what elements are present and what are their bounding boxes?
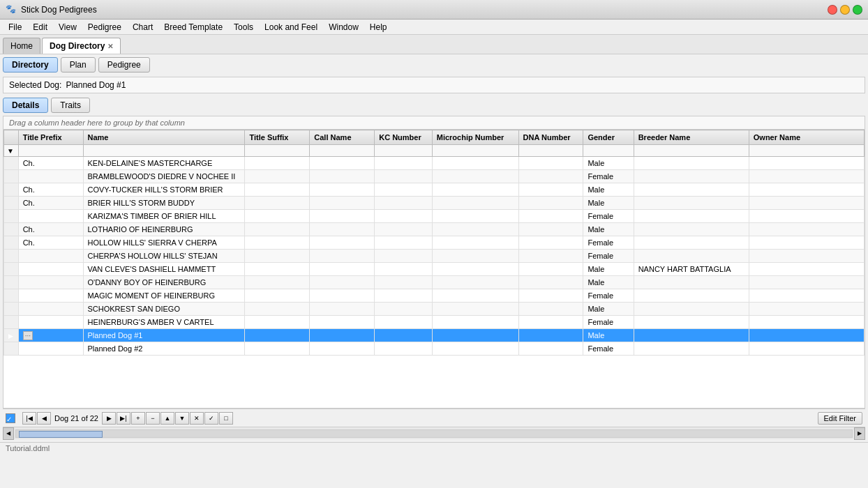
nav-last-button[interactable]: ▶| [117,412,130,425]
hscroll-track[interactable] [15,429,853,438]
tab-home-label: Home [10,41,33,51]
table-row[interactable]: ▶···Planned Dog #1Male [4,329,865,342]
cell-owner_name [749,316,864,329]
menu-item-pedigree[interactable]: Pedigree [82,21,127,33]
cell-owner_name [749,303,864,316]
menu-item-chart[interactable]: Chart [127,21,158,33]
row-indicator-header [4,130,19,145]
table-row[interactable]: Ch.LOTHARIO OF HEINERBURGMale [4,223,865,236]
menu-item-tools[interactable]: Tools [228,21,259,33]
subtab-plan[interactable]: Plan [61,57,96,73]
nav-first-button[interactable]: |◀ [22,412,36,425]
nav-add-button[interactable]: + [131,412,145,425]
menu-item-look-and-feel[interactable]: Look and Feel [259,21,323,33]
hscroll-thumb[interactable] [19,431,103,438]
nav-confirm-button[interactable]: ✓ [204,412,218,425]
grid-scroll-area[interactable]: Title Prefix Name Title Suffix Call Name… [3,130,865,407]
cell-kc_number [375,223,433,236]
cell-breeder_name: NANCY HART BATTAGLIA [634,263,749,276]
edit-dots-button[interactable]: ··· [23,331,33,340]
table-row[interactable]: HEINERBURG'S AMBER V CARTELFemale [4,316,865,329]
cell-microchip_number [432,342,518,356]
col-header-title-suffix[interactable]: Title Suffix [245,130,310,145]
data-grid: Drag a column header here to group by th… [3,116,865,409]
menu-item-edit[interactable]: Edit [27,21,53,33]
main-content: Directory Plan Pedigree Selected Dog: Pl… [0,54,868,442]
col-header-gender[interactable]: Gender [583,130,634,145]
col-header-breeder[interactable]: Breeder Name [634,130,749,145]
cell-call_name [310,329,375,342]
row-checkbox[interactable] [6,413,15,423]
col-header-owner[interactable]: Owner Name [749,130,864,145]
table-row[interactable]: KARIZMA'S TIMBER OF BRIER HILLFemale [4,210,865,223]
table-row[interactable]: MAGIC MOMENT OF HEINERBURGFemale [4,289,865,303]
table-row[interactable]: Ch.COVY-TUCKER HILL'S STORM BRIERMale [4,183,865,197]
selected-dog-label: Selected Dog: [9,80,61,90]
tabbar: Home Dog Directory ✕ [0,35,868,54]
nav-cancel-button[interactable]: ✕ [190,412,204,425]
cell-name: KARIZMA'S TIMBER OF BRIER HILL [83,210,245,223]
cell-name: MAGIC MOMENT OF HEINERBURG [83,289,245,303]
col-header-dna[interactable]: DNA Number [518,130,583,145]
tab-home[interactable]: Home [3,38,40,54]
menu-item-help[interactable]: Help [364,21,393,33]
menu-item-view[interactable]: View [53,21,82,33]
col-header-microchip[interactable]: Microchip Number [432,130,518,145]
subtab-pedigree[interactable]: Pedigree [98,57,150,73]
row-indicator [4,303,19,316]
cell-call_name [310,236,375,250]
table-row[interactable]: O'DANNY BOY OF HEINERBURGMale [4,276,865,289]
table-row[interactable]: Ch.HOLLOW HILLS' SIERRA V CHERPAFemale [4,236,865,250]
table-row[interactable]: VAN CLEVE'S DASHIELL HAMMETTMaleNANCY HA… [4,263,865,276]
nav-next-button[interactable]: ▶ [102,412,116,425]
menu-item-file[interactable]: File [3,21,27,33]
menu-item-breed-template[interactable]: Breed Template [158,21,228,33]
col-header-title-prefix[interactable]: Title Prefix [18,130,83,145]
minimize-button[interactable] [840,5,850,15]
filter-gender [583,145,634,157]
cell-name: O'DANNY BOY OF HEINERBURG [83,276,245,289]
nav-down-button[interactable]: ▼ [175,412,189,425]
table-row[interactable]: CHERPA'S HOLLOW HILLS' STEJANFemale [4,250,865,263]
cell-title_prefix: Ch. [18,223,83,236]
cell-title_suffix [245,210,310,223]
tab-close-icon[interactable]: ✕ [107,43,113,50]
hscroll-left-button[interactable]: ◀ [3,427,14,440]
table-row[interactable]: Ch.BRIER HILL'S STORM BUDDYMale [4,197,865,210]
col-header-kc-number[interactable]: KC Number [375,130,433,145]
cell-owner_name [749,157,864,170]
cell-dna_number [518,289,583,303]
table-row[interactable]: BRAMBLEWOOD'S DIEDRE V NOCHEE IIFemale [4,170,865,183]
cell-name: SCHOKREST SAN DIEGO [83,303,245,316]
close-button[interactable] [828,5,837,15]
menu-item-window[interactable]: Window [323,21,364,33]
table-row[interactable]: Ch.KEN-DELAINE'S MASTERCHARGEMale [4,157,865,170]
tab-dog-directory[interactable]: Dog Directory ✕ [42,38,121,54]
grid-body: Ch.KEN-DELAINE'S MASTERCHARGEMaleBRAMBLE… [4,157,865,356]
col-header-name[interactable]: Name [83,130,245,145]
col-header-call-name[interactable]: Call Name [310,130,375,145]
detail-tab-details[interactable]: Details [3,98,48,113]
cell-owner_name [749,197,864,210]
nav-prev-button[interactable]: ◀ [37,412,51,425]
edit-filter-button[interactable]: Edit Filter [818,412,862,425]
table-row[interactable]: SCHOKREST SAN DIEGOMale [4,303,865,316]
subtab-directory[interactable]: Directory [3,57,58,73]
cell-breeder_name [634,250,749,263]
hscroll-right-button[interactable]: ▶ [854,427,865,440]
nav-up-button[interactable]: ▲ [160,412,174,425]
cell-microchip_number [432,157,518,170]
bottom-navigation-bar: |◀ ◀ Dog 21 of 22 ▶ ▶| + − ▲ ▼ ✕ ✓ □ Edi… [3,409,865,427]
cell-title_prefix [18,342,83,356]
maximize-button[interactable] [853,5,862,15]
cell-gender: Female [583,236,634,250]
table-row[interactable]: Planned Dog #2Female [4,342,865,356]
nav-square-button[interactable]: □ [219,412,233,425]
cell-breeder_name [634,236,749,250]
menubar: FileEditViewPedigreeChartBreed TemplateT… [0,20,868,35]
cell-title_suffix [245,276,310,289]
horizontal-scrollbar[interactable]: ◀ ▶ [3,427,865,439]
detail-tab-traits[interactable]: Traits [51,98,90,113]
cell-microchip_number [432,183,518,197]
nav-delete-button[interactable]: − [146,412,160,425]
